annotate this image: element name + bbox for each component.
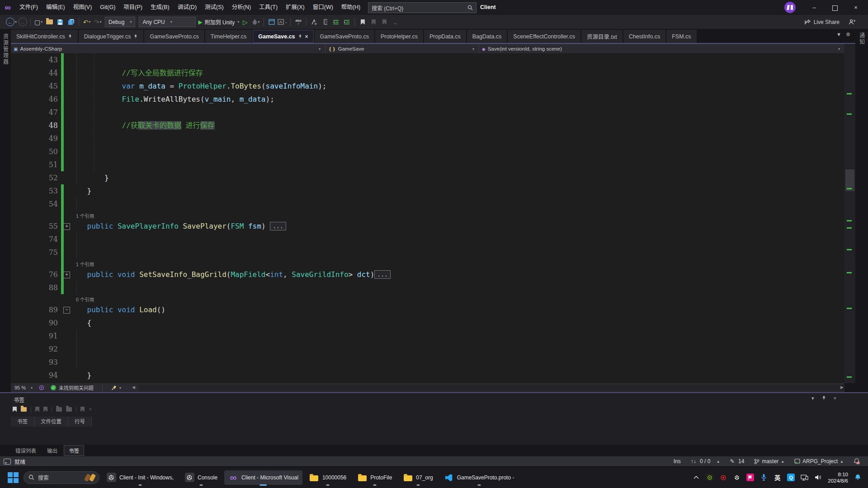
select-block-icon[interactable] <box>320 17 330 28</box>
panel-tab-错误列表[interactable]: 错误列表 <box>11 446 41 455</box>
platform-dropdown[interactable]: Any CPU▾ <box>139 17 196 27</box>
bookmarks-column-行号[interactable]: 行号 <box>68 417 92 427</box>
minimize-button[interactable]: – <box>804 0 825 15</box>
pin-icon[interactable] <box>68 34 72 39</box>
close-button[interactable]: × <box>845 0 866 15</box>
panel-pin-icon[interactable] <box>821 395 826 401</box>
live-share-button[interactable]: Live Share <box>805 15 855 29</box>
disable-bookmark-icon[interactable] <box>80 407 85 412</box>
taskbar-app-Client - Init - Windows,[interactable]: Client - Init - Windows, <box>102 470 178 485</box>
hot-reload-icon[interactable]: ▾ <box>251 17 261 28</box>
volume-tray-icon[interactable] <box>814 474 822 481</box>
code-line-44[interactable]: 44 //写入全局数据进行保存 <box>11 66 844 80</box>
code-line-55[interactable]: 55+ public SavePlayerInfo SavePlayer(FSM… <box>11 220 844 233</box>
navigate-back-icon[interactable]: ←▾ <box>6 17 17 28</box>
git-repo-button[interactable]: ARPG_Project▲ <box>794 458 844 465</box>
previous-bookmark-icon[interactable] <box>35 407 39 412</box>
spell-check-icon[interactable]: abc✓ <box>293 17 303 28</box>
previous-bookmark-in-folder-icon[interactable] <box>56 407 62 412</box>
panel-tab-书签[interactable]: 书签 <box>64 445 84 456</box>
code-health-status[interactable]: ✓ 未找到相关问题 <box>51 384 94 391</box>
right-autohide-tab[interactable]: 通知 <box>858 33 866 45</box>
document-tab-DialogueTrigger.cs[interactable]: DialogueTrigger.cs <box>79 30 144 43</box>
zoom-dropdown[interactable]: 95 %▾ <box>14 385 33 390</box>
toolbar-overflow-icon[interactable]: ⌄ <box>390 17 400 28</box>
left-autohide-tab[interactable]: 资源管理器 <box>2 33 9 65</box>
notification-center-bell-icon[interactable] <box>854 474 862 481</box>
menu-GitG[interactable]: Git(G) <box>96 4 119 10</box>
new-bookmark-folder-icon[interactable] <box>21 407 27 412</box>
document-tab-FSM.cs[interactable]: FSM.cs <box>666 30 696 43</box>
pending-edits[interactable]: ✎ 14 <box>730 458 745 465</box>
next-bookmark-icon[interactable] <box>379 17 389 28</box>
scroll-left-arrow-icon[interactable]: ◀ <box>132 385 135 389</box>
taskbar-clock[interactable]: 8:10 2024/8/6 <box>828 471 848 484</box>
code-editor[interactable]: 4344 //写入全局数据进行保存45 var m_data = ProtoHe… <box>11 53 844 383</box>
taskbar-app-Console[interactable]: Console <box>180 470 222 485</box>
open-folder-icon[interactable] <box>44 17 54 28</box>
microphone-tray-icon[interactable] <box>760 474 768 481</box>
menu-项目P[interactable]: 项目(P) <box>119 4 146 10</box>
breadcrumb-type[interactable]: ❴❵ GameSave▾ <box>326 44 479 53</box>
menu-分析N[interactable]: 分析(N) <box>228 4 255 10</box>
code-line-45[interactable]: 45 var m_data = ProtoHelper.ToBytes(save… <box>11 80 844 93</box>
close-tab-icon[interactable]: × <box>305 33 308 40</box>
panel-position-dropdown-icon[interactable]: ▾ <box>811 395 814 401</box>
codelens-references[interactable]: 1 个引用 <box>76 212 94 219</box>
feedback-icon[interactable] <box>4 459 11 465</box>
network-tray-icon[interactable] <box>801 474 808 481</box>
editor-vertical-scrollbar[interactable] <box>844 44 855 383</box>
undo-icon[interactable]: ↶▾ <box>82 17 92 28</box>
code-line-75[interactable]: 75 <box>11 246 844 259</box>
code-line-43[interactable]: 43 <box>11 53 844 66</box>
menu-编辑E[interactable]: 编辑(E) <box>42 4 69 10</box>
decrease-indent-icon[interactable] <box>331 17 341 28</box>
taskbar-app-10000056[interactable]: 10000056 <box>305 470 350 485</box>
menu-调试D[interactable]: 调试(D) <box>174 4 201 10</box>
taskbar-search[interactable]: 搜索 <box>24 471 99 484</box>
new-project-icon[interactable]: ▢▾ <box>33 17 43 28</box>
panel-tab-输出[interactable]: 输出 <box>42 446 62 455</box>
tab-settings-gear-icon[interactable]: ⚙ <box>846 32 850 38</box>
codelens-references[interactable]: 0 个引用 <box>76 296 94 303</box>
code-line-46[interactable]: 46 File.WriteAllBytes(v_main, m_data); <box>11 93 844 106</box>
code-line-93[interactable]: 93 <box>11 356 844 369</box>
unity-hub-tray-icon[interactable] <box>733 474 741 481</box>
start-button[interactable] <box>7 472 19 483</box>
code-line-90[interactable]: 90 { <box>11 316 844 329</box>
taskbar-app-ProtoFile[interactable]: ProtoFile <box>353 470 396 485</box>
flag-app-tray-icon[interactable] <box>746 474 754 481</box>
code-line-47[interactable]: 47 <box>11 106 844 119</box>
show-output-icon[interactable] <box>267 17 277 28</box>
document-tab-SceneEffectController.cs[interactable]: SceneEffectController.cs <box>508 30 580 43</box>
menu-窗口W[interactable]: 窗口(W) <box>309 4 337 10</box>
expand-region-icon[interactable]: + <box>63 223 70 230</box>
code-line-89[interactable]: 89− public void Load() <box>11 303 844 316</box>
tab-list-dropdown-icon[interactable]: ▼ <box>836 32 841 38</box>
editor-horizontal-scrollbar[interactable]: ◀ ▶ <box>138 385 844 391</box>
save-all-icon[interactable] <box>66 17 76 28</box>
toggle-bookmark-icon[interactable] <box>13 407 17 412</box>
configuration-dropdown[interactable]: Debug▾ <box>105 17 135 27</box>
redo-icon[interactable]: ↷▾ <box>93 17 103 28</box>
panel-close-icon[interactable]: × <box>834 395 836 401</box>
breadcrumb-project[interactable]: ▣ Assembly-CSharp▾ <box>11 44 326 53</box>
document-tab-ProtoHelper.cs[interactable]: ProtoHelper.cs <box>375 30 423 43</box>
attach-to-unity-button[interactable]: ▶ 附加到 Unity ▾ <box>198 17 239 28</box>
toggle-bookmark-icon[interactable] <box>358 17 368 28</box>
document-tab-SkillHitController.cs[interactable]: SkillHitController.cs <box>11 30 78 43</box>
code-line-50[interactable]: 50 <box>11 145 844 158</box>
code-line-53[interactable]: 53 } <box>11 184 844 197</box>
tray-overflow-chevron-icon[interactable] <box>692 474 700 481</box>
pin-icon[interactable] <box>133 34 138 39</box>
pin-icon[interactable] <box>298 34 302 39</box>
menu-测试S[interactable]: 测试(S) <box>201 4 228 10</box>
bookmarks-column-书签[interactable]: 书签 <box>11 417 34 427</box>
code-line-49[interactable]: 49 <box>11 132 844 145</box>
increase-indent-icon[interactable] <box>342 17 352 28</box>
menu-工具T[interactable]: 工具(T) <box>255 4 282 10</box>
codelens-references[interactable]: 1 个引用 <box>76 261 94 267</box>
document-tab-GameSave.cs[interactable]: GameSave.cs× <box>253 30 313 43</box>
taskbar-app-GameSaveProto.proto -[interactable]: GameSaveProto.proto - <box>440 470 519 485</box>
start-without-debugging-icon[interactable]: ▷ <box>240 17 250 28</box>
